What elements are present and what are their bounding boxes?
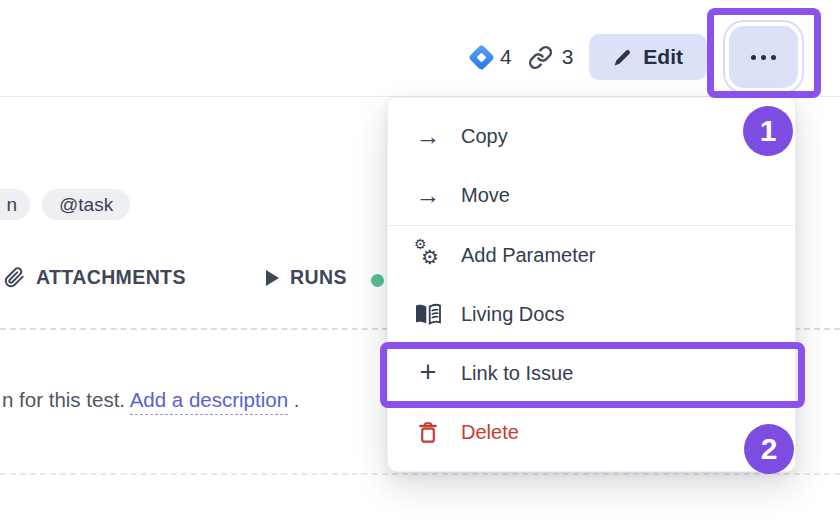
open-book-icon xyxy=(415,302,441,328)
annotation-step-badge: 2 xyxy=(744,424,794,474)
arrow-right-icon: → xyxy=(415,183,441,209)
menu-item-copy[interactable]: → Copy xyxy=(388,107,795,166)
menu-item-label: Move xyxy=(461,184,510,207)
menu-item-label: Living Docs xyxy=(461,303,564,326)
play-icon xyxy=(266,270,279,286)
attachments-label: ATTACHMENTS xyxy=(36,266,186,289)
link-count: 3 xyxy=(562,45,574,69)
description-suffix: . xyxy=(288,388,299,411)
page-header: 4 3 Edit xyxy=(0,0,840,97)
step-number: 1 xyxy=(760,114,777,148)
add-description-link[interactable]: Add a description xyxy=(130,388,288,415)
annotation-step-badge: 1 xyxy=(743,106,793,156)
plus-icon: + xyxy=(415,361,441,387)
ellipsis-icon xyxy=(751,55,756,60)
section-header-row: ATTACHMENTS RUNS xyxy=(0,262,400,300)
runs-label: RUNS xyxy=(290,266,347,289)
menu-item-living-docs[interactable]: Living Docs xyxy=(388,285,795,344)
more-actions-button[interactable] xyxy=(729,26,798,88)
link-icon xyxy=(528,45,553,70)
links-stat[interactable]: 3 xyxy=(528,45,574,70)
menu-item-add-parameter[interactable]: ⚙ ⚙ Add Parameter xyxy=(388,226,795,285)
menu-item-link-to-issue[interactable]: + Link to Issue xyxy=(388,344,795,403)
runs-section-toggle[interactable]: RUNS xyxy=(266,266,347,289)
tag-label: @task xyxy=(59,194,113,216)
jira-icon xyxy=(468,44,495,71)
menu-item-delete[interactable]: Delete xyxy=(388,403,795,462)
tag-chip-partial: n xyxy=(0,189,30,220)
toolbar: 4 3 Edit xyxy=(472,24,798,90)
jira-count: 4 xyxy=(500,45,512,69)
tag-label: n xyxy=(6,194,17,216)
menu-item-label: Link to Issue xyxy=(461,362,573,385)
dashed-divider-bottom xyxy=(0,473,840,475)
gears-icon: ⚙ ⚙ xyxy=(415,243,441,269)
edit-button[interactable]: Edit xyxy=(589,34,707,80)
menu-item-label: Add Parameter xyxy=(461,244,596,267)
runs-status-dot xyxy=(371,274,384,287)
arrow-right-icon: → xyxy=(415,124,441,150)
pencil-icon xyxy=(613,48,632,67)
trash-icon xyxy=(415,420,441,446)
edit-label: Edit xyxy=(643,45,683,69)
menu-item-label: Delete xyxy=(461,421,519,444)
menu-item-label: Copy xyxy=(461,125,508,148)
menu-item-move[interactable]: → Move xyxy=(388,166,795,225)
description-text: n for this test. xyxy=(2,388,130,411)
page: 4 3 Edit n @task ATTACHMENTS xyxy=(0,0,840,532)
description-line: n for this test. Add a description . xyxy=(2,388,299,412)
tag-chip-task: @task xyxy=(42,189,130,220)
jira-issues-stat[interactable]: 4 xyxy=(472,45,512,69)
context-menu: → Copy → Move ⚙ ⚙ Add Parameter Living D xyxy=(387,97,796,472)
attachments-section-toggle[interactable]: ATTACHMENTS xyxy=(4,266,186,289)
step-number: 2 xyxy=(761,432,778,466)
paperclip-icon xyxy=(4,266,25,289)
